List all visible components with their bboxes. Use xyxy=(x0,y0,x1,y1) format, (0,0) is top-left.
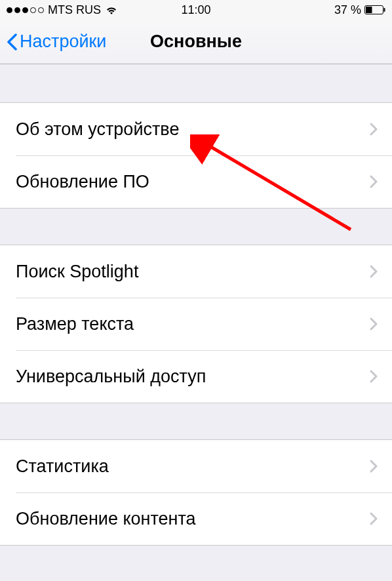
chevron-right-icon xyxy=(370,317,378,331)
chevron-right-icon xyxy=(370,265,378,278)
clock: 11:00 xyxy=(181,3,210,17)
settings-group-2: Поиск Spotlight Размер текста Универсаль… xyxy=(0,245,392,403)
chevron-right-icon xyxy=(370,460,378,473)
row-usage[interactable]: Статистика xyxy=(0,440,392,492)
settings-group-1: Об этом устройстве Обновление ПО xyxy=(0,102,392,209)
row-label: Статистика xyxy=(16,456,109,477)
settings-group-3: Статистика Обновление контента xyxy=(0,439,392,546)
status-right: 37 % xyxy=(334,3,385,17)
signal-strength-icon xyxy=(7,7,44,13)
row-text-size[interactable]: Размер текста xyxy=(0,298,392,350)
status-left: MTS RUS xyxy=(7,3,118,17)
battery-percent: 37 % xyxy=(334,3,361,17)
nav-bar: Настройки Основные xyxy=(0,20,392,64)
svg-rect-2 xyxy=(384,8,385,12)
carrier-label: MTS RUS xyxy=(48,3,101,17)
chevron-left-icon xyxy=(7,33,17,51)
row-software-update[interactable]: Обновление ПО xyxy=(0,155,392,208)
row-background-refresh[interactable]: Обновление контента xyxy=(0,492,392,545)
back-button[interactable]: Настройки xyxy=(7,31,106,52)
chevron-right-icon xyxy=(370,123,378,136)
wifi-icon xyxy=(105,5,118,15)
row-spotlight[interactable]: Поиск Spotlight xyxy=(0,245,392,298)
back-label: Настройки xyxy=(20,31,106,52)
battery-icon xyxy=(364,5,385,14)
status-bar: MTS RUS 11:00 37 % xyxy=(0,0,392,20)
content: Об этом устройстве Обновление ПО Поиск S… xyxy=(0,64,392,546)
chevron-right-icon xyxy=(370,370,378,383)
row-label: Обновление контента xyxy=(16,509,196,529)
row-label: Об этом устройстве xyxy=(16,119,179,140)
svg-rect-1 xyxy=(366,7,372,13)
page-title: Основные xyxy=(150,31,242,52)
chevron-right-icon xyxy=(370,175,378,188)
row-label: Поиск Spotlight xyxy=(16,262,138,282)
chevron-right-icon xyxy=(370,512,378,525)
row-label: Универсальный доступ xyxy=(16,367,206,387)
row-label: Размер текста xyxy=(16,314,134,334)
row-label: Обновление ПО xyxy=(16,172,149,192)
row-accessibility[interactable]: Универсальный доступ xyxy=(0,350,392,403)
row-about[interactable]: Об этом устройстве xyxy=(0,103,392,155)
